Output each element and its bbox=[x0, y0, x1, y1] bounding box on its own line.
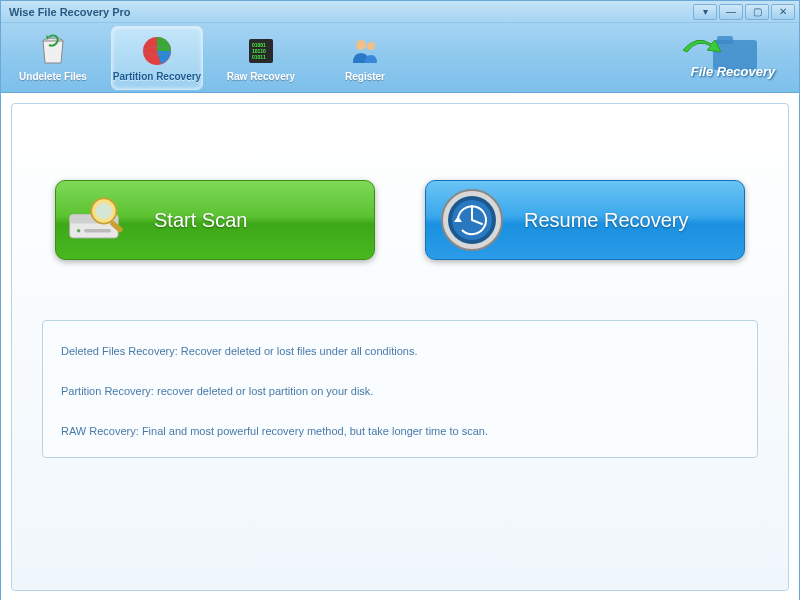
window-title: Wise File Recovery Pro bbox=[9, 6, 131, 18]
titlebar: Wise File Recovery Pro ▾ — ▢ ✕ bbox=[1, 1, 799, 23]
users-icon bbox=[347, 33, 383, 69]
close-button[interactable]: ✕ bbox=[771, 4, 795, 20]
tab-undelete-files[interactable]: Undelete Files bbox=[7, 26, 99, 90]
tab-label: Raw Recovery bbox=[227, 71, 295, 82]
tab-register[interactable]: Register bbox=[319, 26, 411, 90]
toolbar: Undelete Files Partition Recovery 01001 … bbox=[1, 23, 799, 93]
content-area: Start Scan Resume Recove bbox=[1, 93, 799, 600]
minimize-button[interactable]: — bbox=[719, 4, 743, 20]
tab-label: Register bbox=[345, 71, 385, 82]
svg-point-9 bbox=[367, 42, 375, 50]
clock-restore-icon bbox=[436, 184, 508, 256]
svg-rect-11 bbox=[717, 36, 733, 44]
resume-recovery-label: Resume Recovery bbox=[524, 209, 724, 232]
binary-icon: 01001 10110 01011 bbox=[243, 33, 279, 69]
tab-label: Undelete Files bbox=[19, 71, 87, 82]
info-line-deleted: Deleted Files Recovery: Recover deleted … bbox=[61, 345, 739, 357]
svg-point-14 bbox=[77, 229, 81, 233]
brand-logo: File Recovery bbox=[673, 28, 793, 88]
brand-label: File Recovery bbox=[691, 64, 776, 79]
info-panel: Deleted Files Recovery: Recover deleted … bbox=[42, 320, 758, 458]
action-row: Start Scan Resume Recove bbox=[42, 180, 758, 260]
window-controls: ▾ — ▢ ✕ bbox=[693, 4, 795, 20]
disk-search-icon bbox=[66, 184, 138, 256]
info-line-raw: RAW Recovery: Final and most powerful re… bbox=[61, 425, 739, 437]
info-line-partition: Partition Recovery: recover deleted or l… bbox=[61, 385, 739, 397]
tab-label: Partition Recovery bbox=[113, 71, 201, 82]
tab-raw-recovery[interactable]: 01001 10110 01011 Raw Recovery bbox=[215, 26, 307, 90]
start-scan-label: Start Scan bbox=[154, 209, 354, 232]
svg-text:01011: 01011 bbox=[252, 54, 266, 60]
resume-recovery-button[interactable]: Resume Recovery bbox=[425, 180, 745, 260]
svg-point-17 bbox=[96, 203, 112, 219]
tab-partition-recovery[interactable]: Partition Recovery bbox=[111, 26, 203, 90]
dropdown-button[interactable]: ▾ bbox=[693, 4, 717, 20]
svg-point-8 bbox=[356, 40, 366, 50]
recycle-bin-icon bbox=[35, 33, 71, 69]
maximize-button[interactable]: ▢ bbox=[745, 4, 769, 20]
start-scan-button[interactable]: Start Scan bbox=[55, 180, 375, 260]
content-panel: Start Scan Resume Recove bbox=[11, 103, 789, 591]
svg-rect-15 bbox=[84, 229, 111, 233]
pie-chart-icon bbox=[139, 33, 175, 69]
app-window: Wise File Recovery Pro ▾ — ▢ ✕ Undelete … bbox=[0, 0, 800, 600]
